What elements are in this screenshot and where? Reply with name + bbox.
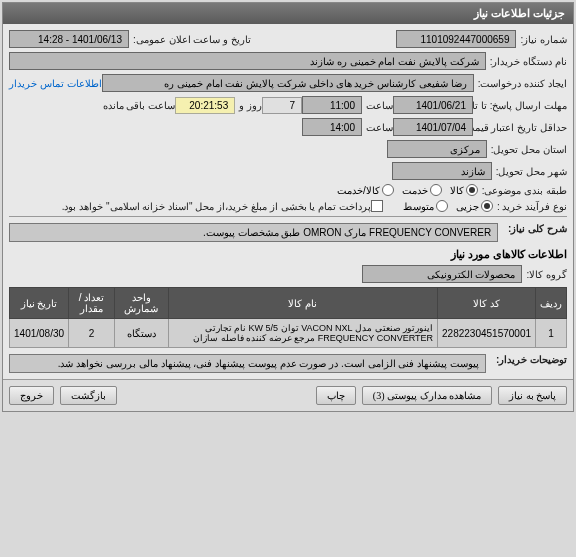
radio-icon (436, 200, 448, 212)
td-date: 1401/08/30 (10, 319, 69, 348)
buyer-org-field: شرکت پالایش نفت امام خمینی ره شازند (9, 52, 486, 70)
td-name: اینورتور صنعتی مدل VACON NXL توان KW 5/5… (168, 319, 437, 348)
category-goods-service[interactable]: کالا/خدمت (337, 184, 394, 196)
treasury-checkbox[interactable] (371, 200, 383, 212)
deadline-time-field: 11:00 (302, 96, 362, 114)
category-radio-group: کالا خدمت کالا/خدمت (337, 184, 478, 196)
need-title-label: شرح کلی نیاز: (508, 223, 567, 234)
remaining-label: ساعت باقی مانده (103, 100, 176, 111)
hour-label-1: ساعت (366, 100, 393, 111)
attachments-button[interactable]: مشاهده مدارک پیوستی (3) (362, 386, 492, 405)
province-field: مرکزی (387, 140, 487, 158)
main-panel: جزئیات اطلاعات نیاز شماره نیاز: 11010924… (2, 2, 574, 412)
buyer-org-label: نام دستگاه خریدار: (490, 56, 567, 67)
th-row: ردیف (536, 288, 567, 319)
deadline-date-field: 1401/06/21 (393, 96, 473, 114)
print-button[interactable]: چاپ (316, 386, 356, 405)
goods-group-field: محصولات الکترونیکی (362, 265, 522, 283)
validity-date-field: 1401/07/04 (393, 118, 473, 136)
td-row: 1 (536, 319, 567, 348)
days-field: 7 (262, 97, 302, 114)
category-goods[interactable]: کالا (450, 184, 478, 196)
purchase-type-label: نوع فرآیند خرید : (497, 201, 567, 212)
panel-header: جزئیات اطلاعات نیاز (3, 3, 573, 24)
city-field: شازند (392, 162, 492, 180)
buyer-notes-field: پیوست پیشنهاد فنی الزامی است. در صورت عد… (9, 354, 486, 373)
payment-note: پرداخت تمام یا بخشی از مبلغ خرید،از محل … (62, 201, 371, 212)
province-label: استان محل تحویل: (491, 144, 567, 155)
hour-label-2: ساعت (366, 122, 393, 133)
radio-icon (382, 184, 394, 196)
announce-date-label: تاریخ و ساعت اعلان عمومی: (133, 34, 251, 45)
th-code: کد کالا (438, 288, 536, 319)
panel-body: شماره نیاز: 1101092447000659 تاریخ و ساع… (3, 24, 573, 379)
purchase-partial[interactable]: جزیی (456, 200, 493, 212)
purchase-medium[interactable]: متوسط (403, 200, 448, 212)
radio-icon (430, 184, 442, 196)
td-unit: دستگاه (115, 319, 169, 348)
creator-field: رضا شفیعی کارشناس خرید های داخلی شرکت پا… (102, 74, 474, 92)
th-qty: تعداد / مقدار (69, 288, 115, 319)
announce-date-field: 1401/06/13 - 14:28 (9, 30, 129, 48)
city-label: شهر محل تحویل: (496, 166, 567, 177)
td-code: 2282230451570001 (438, 319, 536, 348)
exit-button[interactable]: خروج (9, 386, 54, 405)
goods-info-title: اطلاعات کالاهای مورد نیاز (9, 248, 567, 261)
table-row: 1 2282230451570001 اینورتور صنعتی مدل VA… (10, 319, 567, 348)
th-name: نام کالا (168, 288, 437, 319)
purchase-radio-group: جزیی متوسط (403, 200, 493, 212)
category-label: طبقه بندی موضوعی: (482, 185, 567, 196)
buyer-notes-label: توضیحات خریدار: (496, 354, 567, 365)
th-date: تاریخ نیاز (10, 288, 69, 319)
footer-buttons: پاسخ به نیاز مشاهده مدارک پیوستی (3) چاپ… (3, 379, 573, 411)
deadline-label: مهلت ارسال پاسخ: تا تاریخ: (477, 100, 567, 111)
td-qty: 2 (69, 319, 115, 348)
need-number-field: 1101092447000659 (396, 30, 516, 48)
countdown-field: 20:21:53 (175, 97, 235, 114)
reply-button[interactable]: پاسخ به نیاز (498, 386, 567, 405)
radio-selected-icon (466, 184, 478, 196)
radio-selected-icon (481, 200, 493, 212)
th-unit: واحد شمارش (115, 288, 169, 319)
need-title-field: FREQUENCY CONVERER مارک OMRON طبق مشخصات… (9, 223, 498, 242)
need-number-label: شماره نیاز: (520, 34, 567, 45)
back-button[interactable]: بازگشت (60, 386, 117, 405)
contact-link[interactable]: اطلاعات تماس خریدار (9, 78, 102, 89)
goods-table: ردیف کد کالا نام کالا واحد شمارش تعداد /… (9, 287, 567, 348)
category-service[interactable]: خدمت (402, 184, 442, 196)
validity-time-field: 14:00 (302, 118, 362, 136)
creator-label: ایجاد کننده درخواست: (478, 78, 567, 89)
goods-group-label: گروه کالا: (526, 269, 567, 280)
validity-label: حداقل تاریخ اعتبار قیمت: تا تاریخ: (477, 122, 567, 133)
day-and-label: روز و (239, 100, 262, 111)
